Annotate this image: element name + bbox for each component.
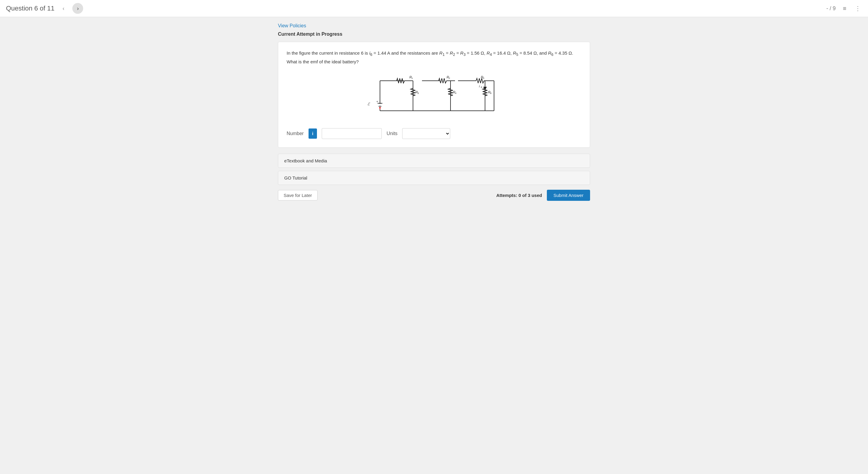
number-label: Number: [287, 131, 304, 136]
attempt-status: Current Attempt in Progress: [278, 31, 590, 37]
header-right: - / 9 ≡ ⋮: [826, 4, 862, 13]
view-policies-link[interactable]: View Policies: [278, 23, 306, 29]
page-wrapper: Question 6 of 11 ‹ › - / 9 ≡ ⋮ View Poli…: [0, 0, 868, 474]
circuit-svg: + ℰ R 1 R 2 R 5: [362, 72, 506, 120]
circuit-diagram: + ℰ R 1 R 2 R 5: [287, 72, 581, 120]
info-button[interactable]: i: [309, 128, 317, 139]
question-box: In the figure the current in resistance …: [278, 42, 590, 148]
content-area: View Policies Current Attempt in Progres…: [269, 17, 599, 207]
footer-right: Attempts: 0 of 3 used Submit Answer: [496, 190, 590, 201]
svg-text:i: i: [479, 84, 480, 88]
list-icon-button[interactable]: ≡: [842, 4, 847, 13]
submit-answer-button[interactable]: Submit Answer: [547, 190, 590, 201]
svg-text:6: 6: [490, 92, 492, 94]
question-label: Question 6 of 11: [6, 4, 54, 12]
units-label: Units: [386, 131, 397, 136]
units-select[interactable]: V mV kV: [402, 128, 450, 139]
more-options-button[interactable]: ⋮: [854, 4, 862, 13]
svg-text:+: +: [376, 100, 378, 103]
footer-row: Save for Later Attempts: 0 of 3 used Sub…: [278, 190, 590, 201]
svg-text:3: 3: [417, 92, 419, 94]
etextbook-section[interactable]: eTextbook and Media: [278, 154, 590, 168]
svg-text:6: 6: [481, 86, 482, 89]
next-button[interactable]: ›: [72, 3, 83, 14]
header-left: Question 6 of 11 ‹ ›: [6, 3, 83, 14]
header: Question 6 of 11 ‹ › - / 9 ≡ ⋮: [0, 0, 868, 17]
save-later-button[interactable]: Save for Later: [278, 190, 317, 201]
svg-text:2: 2: [449, 77, 450, 80]
prev-button[interactable]: ‹: [58, 3, 69, 14]
svg-text:4: 4: [455, 92, 457, 94]
svg-text:5: 5: [483, 77, 485, 80]
svg-text:1: 1: [411, 77, 413, 80]
score-label: - / 9: [826, 5, 836, 12]
svg-marker-17: [379, 107, 380, 109]
number-input[interactable]: [322, 128, 382, 139]
go-tutorial-section[interactable]: GO Tutorial: [278, 171, 590, 185]
attempts-text: Attempts: 0 of 3 used: [496, 193, 542, 198]
question-text: In the figure the current in resistance …: [287, 49, 581, 66]
svg-text:ℰ: ℰ: [367, 102, 370, 106]
input-row: Number i Units V mV kV: [287, 128, 581, 139]
